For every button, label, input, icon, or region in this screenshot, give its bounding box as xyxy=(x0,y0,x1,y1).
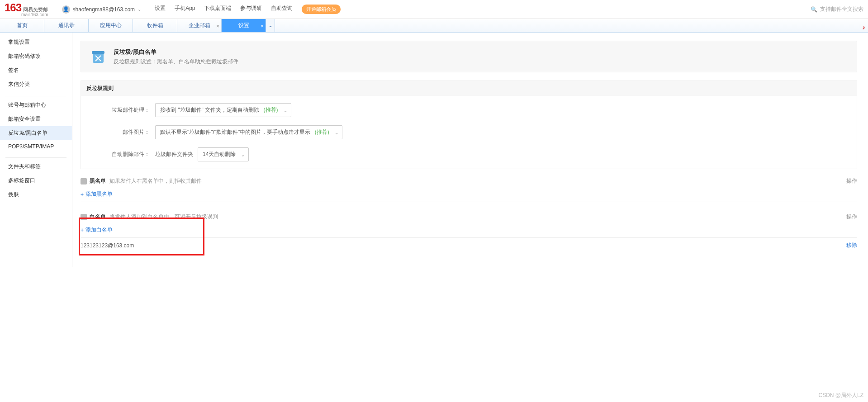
banner-desc: 反垃圾规则设置：黑名单、白名单助您拦截垃圾邮件 xyxy=(114,58,238,66)
close-icon[interactable]: × xyxy=(261,20,264,33)
tab-bar: 首页 通讯录 应用中心 收件箱 企业邮箱 × 设置 × ⌄ xyxy=(0,19,868,33)
logo[interactable]: 163 网易免费邮 mail.163.com xyxy=(5,1,48,17)
topnav-settings[interactable]: 设置 xyxy=(155,5,166,14)
topnav-survey[interactable]: 参与调研 xyxy=(240,5,262,14)
sidebar-incoming[interactable]: 来信分类 xyxy=(0,77,72,91)
topnav-app[interactable]: 手机App xyxy=(175,5,195,14)
blacklist-add-row: + 添加黑名单 xyxy=(81,187,857,202)
search-box[interactable]: 🔍 支持邮件全文搜索 xyxy=(811,5,863,13)
sidebar-skin[interactable]: 换肤 xyxy=(0,188,72,202)
page-banner: 反垃圾/黑白名单 反垃圾规则设置：黑名单、白名单助您拦截垃圾邮件 xyxy=(81,41,857,72)
tab-inbox[interactable]: 收件箱 xyxy=(133,19,177,32)
auto-delete-select[interactable]: 14天自动删除 ⌄ xyxy=(198,147,249,161)
top-nav: 设置 手机App 下载桌面端 参与调研 自助查询 开通邮箱会员 xyxy=(155,5,341,14)
tab-contacts[interactable]: 通讯录 xyxy=(44,19,89,32)
whitelist-title: 白名单 xyxy=(90,213,106,221)
plus-icon: + xyxy=(81,191,84,198)
whitelist-ops-label: 操作 xyxy=(846,213,857,221)
whitelist-add-row: + 添加白名单 xyxy=(81,222,857,238)
auto-delete-folder: 垃圾邮件文件夹 xyxy=(155,151,193,158)
chevron-down-icon: ⌄ xyxy=(241,152,245,157)
rules-section: 反垃圾规则 垃圾邮件处理： 接收到 "垃圾邮件" 文件夹，定期自动删除 (推荐)… xyxy=(81,80,857,169)
content: 反垃圾/黑白名单 反垃圾规则设置：黑名单、白名单助您拦截垃圾邮件 反垃圾规则 垃… xyxy=(72,33,868,267)
close-icon[interactable]: × xyxy=(216,20,219,33)
remove-whitelist-link[interactable]: 移除 xyxy=(846,242,857,248)
tab-apps[interactable]: 应用中心 xyxy=(89,19,133,32)
chevron-down-icon: ⌄ xyxy=(138,7,141,12)
topnav-vip[interactable]: 开通邮箱会员 xyxy=(302,5,341,14)
avatar-icon: 👤 xyxy=(62,5,70,14)
spam-handle-label: 垃圾邮件处理： xyxy=(90,106,155,114)
tab-home[interactable]: 首页 xyxy=(0,19,44,32)
blacklist-header: 黑名单 如果发件人在黑名单中，则拒收其邮件 操作 xyxy=(81,175,857,187)
tab-enterprise[interactable]: 企业邮箱 × xyxy=(177,19,222,32)
whitelist-header: 白名单 将发件人添加到白名单中，可避开反垃圾误判 操作 xyxy=(81,211,857,222)
add-whitelist-link[interactable]: 添加白名单 xyxy=(85,226,113,234)
mail-image-label: 邮件图片： xyxy=(90,128,155,136)
banner-title: 反垃圾/黑白名单 xyxy=(114,48,238,56)
topnav-desktop[interactable]: 下载桌面端 xyxy=(204,5,231,14)
blacklist-title: 黑名单 xyxy=(90,177,106,185)
person-icon xyxy=(81,214,87,220)
spam-handle-select[interactable]: 接收到 "垃圾邮件" 文件夹，定期自动删除 (推荐) ⌄ xyxy=(155,103,291,117)
person-icon xyxy=(81,178,87,184)
tab-dropdown[interactable]: ⌄ xyxy=(266,19,275,32)
trash-icon xyxy=(89,47,107,66)
sidebar-signature[interactable]: 签名 xyxy=(0,63,72,77)
rules-title: 反垃圾规则 xyxy=(81,81,857,96)
whitelist-email: 123123123@163.com xyxy=(81,242,134,249)
sidebar-multitab[interactable]: 多标签窗口 xyxy=(0,174,72,188)
sidebar-account[interactable]: 账号与邮箱中心 xyxy=(0,98,72,112)
logo-text: 163 xyxy=(5,1,21,14)
search-icon: 🔍 xyxy=(811,6,817,13)
whitelist-entry: 123123123@163.com 移除 xyxy=(81,238,857,253)
settings-sidebar: 常规设置 邮箱密码修改 签名 来信分类 账号与邮箱中心 邮箱安全设置 反垃圾/黑… xyxy=(0,33,72,267)
tab-settings[interactable]: 设置 × xyxy=(222,19,266,32)
main-body: 常规设置 邮箱密码修改 签名 来信分类 账号与邮箱中心 邮箱安全设置 反垃圾/黑… xyxy=(0,33,868,267)
logo-sub: 网易免费邮 mail.163.com xyxy=(21,7,48,17)
sidebar-folders[interactable]: 文件夹和标签 xyxy=(0,160,72,174)
svg-rect-1 xyxy=(92,51,104,54)
add-blacklist-link[interactable]: 添加黑名单 xyxy=(85,190,113,198)
auto-delete-label: 自动删除邮件： xyxy=(90,151,155,158)
plus-icon: + xyxy=(81,227,84,233)
mail-image-select[interactable]: 默认不显示"垃圾邮件"/"欺诈邮件"中的图片，要手动点击才显示 (推荐) ⌄ xyxy=(155,125,342,139)
blacklist-ops-label: 操作 xyxy=(846,177,857,185)
chevron-down-icon: ⌄ xyxy=(284,108,287,113)
topnav-selfhelp[interactable]: 自助查询 xyxy=(271,5,293,14)
sidebar-security[interactable]: 邮箱安全设置 xyxy=(0,112,72,126)
user-menu[interactable]: 👤 shaofengma88@163.com ⌄ xyxy=(62,5,142,14)
sidebar-password[interactable]: 邮箱密码修改 xyxy=(0,49,72,63)
music-icon[interactable]: ♪ xyxy=(862,24,865,31)
sidebar-pop3[interactable]: POP3/SMTP/IMAP xyxy=(0,140,72,153)
user-email: shaofengma88@163.com xyxy=(73,6,135,13)
sidebar-general[interactable]: 常规设置 xyxy=(0,35,72,49)
sidebar-antispam[interactable]: 反垃圾/黑白名单 xyxy=(0,126,72,140)
blacklist-hint: 如果发件人在黑名单中，则拒收其邮件 xyxy=(109,177,202,185)
search-placeholder: 支持邮件全文搜索 xyxy=(820,5,863,13)
top-header: 163 网易免费邮 mail.163.com 👤 shaofengma88@16… xyxy=(0,0,868,19)
chevron-down-icon: ⌄ xyxy=(335,130,338,135)
whitelist-hint: 将发件人添加到白名单中，可避开反垃圾误判 xyxy=(109,213,218,221)
